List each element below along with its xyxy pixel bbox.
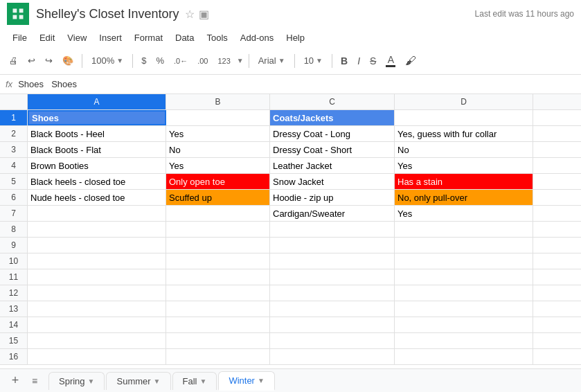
row-number[interactable]: 14 (0, 317, 28, 332)
list-item[interactable] (166, 206, 270, 221)
list-item[interactable] (28, 317, 166, 332)
list-item[interactable] (395, 110, 533, 125)
row-number[interactable]: 10 (0, 253, 28, 269)
list-item[interactable]: Brown Booties (28, 158, 166, 173)
list-item[interactable]: Has a stain (395, 174, 533, 189)
list-item[interactable] (166, 238, 270, 253)
list-item[interactable] (270, 349, 395, 364)
list-item[interactable] (28, 349, 166, 364)
row-number[interactable]: 3 (0, 142, 28, 157)
list-item[interactable] (166, 333, 270, 348)
sheet-tab-winter[interactable]: Winter▼ (218, 371, 274, 391)
sheet-tab-fall[interactable]: Fall▼ (172, 372, 217, 390)
formula-content[interactable]: Shoes (51, 79, 77, 89)
row-number[interactable]: 13 (0, 301, 28, 317)
list-item[interactable]: Hoodie - zip up (270, 190, 395, 205)
list-item[interactable] (166, 269, 270, 285)
row-number[interactable]: 9 (0, 238, 28, 253)
col-header-c[interactable]: C (270, 94, 395, 109)
zoom-dropdown[interactable]: 100% ▼ (87, 53, 127, 68)
menu-item-format[interactable]: Format (129, 30, 168, 45)
list-item[interactable]: No (395, 142, 533, 157)
menu-item-data[interactable]: Data (170, 30, 199, 45)
list-item[interactable] (395, 222, 533, 237)
list-item[interactable] (28, 253, 166, 269)
list-item[interactable]: Yes (166, 158, 270, 173)
list-item[interactable]: Nude heels - closed toe (28, 190, 166, 205)
col-header-b[interactable]: B (166, 94, 270, 109)
list-item[interactable]: Shoes (28, 110, 166, 125)
list-item[interactable] (270, 238, 395, 253)
strikethrough-button[interactable]: S (366, 53, 379, 69)
menu-item-view[interactable]: View (62, 30, 92, 45)
menu-item-insert[interactable]: Insert (93, 30, 127, 45)
list-item[interactable] (395, 285, 533, 301)
list-item[interactable] (270, 301, 395, 317)
sheet-tab-summer[interactable]: Summer▼ (106, 372, 170, 390)
menu-item-file[interactable]: File (7, 30, 33, 45)
row-number[interactable]: 8 (0, 222, 28, 237)
list-item[interactable]: Scuffed up (166, 190, 270, 205)
list-item[interactable] (395, 333, 533, 348)
list-item[interactable] (270, 333, 395, 348)
cell-reference[interactable]: Shoes (18, 79, 46, 89)
paint-format-button[interactable]: 🎨 (59, 53, 77, 68)
list-item[interactable] (28, 222, 166, 237)
list-item[interactable]: Black Boots - Heel (28, 126, 166, 141)
list-item[interactable] (270, 285, 395, 301)
sheet-menu-button[interactable]: ≡ (25, 371, 44, 391)
print-button[interactable]: 🖨 (6, 53, 21, 68)
list-item[interactable]: Yes (395, 158, 533, 173)
list-item[interactable] (270, 317, 395, 332)
percent-button[interactable]: % (152, 53, 168, 68)
list-item[interactable] (28, 238, 166, 253)
row-number[interactable]: 12 (0, 285, 28, 301)
list-item[interactable] (28, 285, 166, 301)
list-item[interactable] (166, 301, 270, 317)
list-item[interactable] (166, 349, 270, 364)
menu-item-add-ons[interactable]: Add-ons (235, 30, 279, 45)
list-item[interactable] (28, 206, 166, 221)
list-item[interactable] (28, 333, 166, 348)
list-item[interactable]: Snow Jacket (270, 174, 395, 189)
decimal-decrease-button[interactable]: .0← (170, 55, 191, 67)
bold-button[interactable]: B (337, 53, 351, 69)
sheet-tab-spring[interactable]: Spring▼ (48, 372, 105, 390)
list-item[interactable]: Cardigan/Sweater (270, 206, 395, 221)
currency-button[interactable]: $ (138, 53, 150, 68)
list-item[interactable] (166, 317, 270, 332)
row-number[interactable]: 11 (0, 269, 28, 285)
list-item[interactable] (270, 253, 395, 269)
list-item[interactable] (395, 253, 533, 269)
menu-item-edit[interactable]: Edit (34, 30, 60, 45)
text-color-button[interactable]: A (382, 52, 399, 69)
list-item[interactable]: Yes (166, 126, 270, 141)
list-item[interactable]: Coats/Jackets (270, 110, 395, 125)
star-icon[interactable]: ☆ (185, 8, 195, 21)
highlight-color-button[interactable]: 🖌 (402, 53, 420, 69)
list-item[interactable] (28, 301, 166, 317)
add-sheet-button[interactable]: + (6, 371, 25, 391)
list-item[interactable] (395, 349, 533, 364)
list-item[interactable] (166, 285, 270, 301)
list-item[interactable] (270, 222, 395, 237)
list-item[interactable] (395, 238, 533, 253)
list-item[interactable]: Black Boots - Flat (28, 142, 166, 157)
row-number[interactable]: 5 (0, 174, 28, 189)
list-item[interactable]: No (166, 142, 270, 157)
decimal-increase-button[interactable]: .00 (194, 55, 211, 67)
row-number[interactable]: 16 (0, 349, 28, 364)
row-number[interactable]: 1 (0, 110, 28, 125)
list-item[interactable] (270, 269, 395, 285)
list-item[interactable]: Black heels - closed toe (28, 174, 166, 189)
list-item[interactable]: Leather Jacket (270, 158, 395, 173)
font-size-dropdown[interactable]: 10 ▼ (300, 53, 327, 68)
menu-item-help[interactable]: Help (280, 30, 310, 45)
list-item[interactable]: Dressy Coat - Short (270, 142, 395, 157)
row-number[interactable]: 2 (0, 126, 28, 141)
row-number[interactable]: 7 (0, 206, 28, 221)
list-item[interactable] (166, 110, 270, 125)
col-header-a[interactable]: A (28, 94, 166, 109)
row-number[interactable]: 4 (0, 158, 28, 173)
folder-icon[interactable]: ▣ (199, 8, 209, 21)
